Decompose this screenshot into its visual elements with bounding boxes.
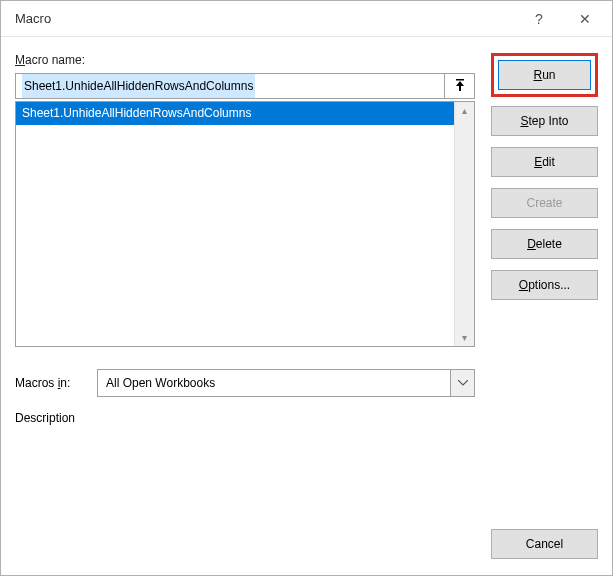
macro-name-row: Sheet1.UnhideAllHiddenRowsAndColumns [15, 73, 475, 99]
run-button[interactable]: Run [498, 60, 591, 90]
create-button: Create [491, 188, 598, 218]
macro-listbox[interactable]: Sheet1.UnhideAllHiddenRowsAndColumns [16, 102, 454, 346]
macros-in-row: Macros in: All Open Workbooks [15, 369, 475, 397]
step-into-button[interactable]: Step Into [491, 106, 598, 136]
macro-name-input[interactable]: Sheet1.UnhideAllHiddenRowsAndColumns [15, 73, 445, 99]
cancel-button[interactable]: Cancel [491, 529, 598, 559]
help-button[interactable]: ? [516, 3, 562, 35]
options-button[interactable]: Options... [491, 270, 598, 300]
scroll-down-icon: ▾ [462, 332, 467, 343]
goto-macro-button[interactable] [445, 73, 475, 99]
dialog-title: Macro [15, 11, 516, 26]
macros-in-label: Macros in: [15, 376, 85, 390]
macro-name-label: Macro name: [15, 53, 475, 67]
delete-button[interactable]: Delete [491, 229, 598, 259]
chevron-down-icon [458, 380, 468, 386]
macros-in-selected: All Open Workbooks [98, 370, 450, 396]
macro-listbox-wrap: Sheet1.UnhideAllHiddenRowsAndColumns ▴ ▾ [15, 101, 475, 347]
goto-arrow-icon [454, 79, 466, 93]
scroll-up-icon: ▴ [462, 105, 467, 116]
dialog-content: Macro name: Sheet1.UnhideAllHiddenRowsAn… [1, 37, 612, 439]
left-panel: Macro name: Sheet1.UnhideAllHiddenRowsAn… [15, 53, 475, 425]
list-item[interactable]: Sheet1.UnhideAllHiddenRowsAndColumns [16, 102, 454, 125]
edit-button[interactable]: Edit [491, 147, 598, 177]
cancel-wrap: Cancel [491, 529, 598, 559]
run-highlight-box: Run [491, 53, 598, 97]
listbox-scrollbar[interactable]: ▴ ▾ [454, 102, 474, 346]
svg-rect-0 [456, 79, 464, 81]
combo-arrow[interactable] [450, 370, 474, 396]
button-column: Run Step Into Edit Create Delete Options… [491, 53, 598, 425]
titlebar: Macro ? ✕ [1, 1, 612, 37]
macros-in-combo[interactable]: All Open Workbooks [97, 369, 475, 397]
description-label: Description [15, 411, 475, 425]
close-button[interactable]: ✕ [562, 3, 608, 35]
